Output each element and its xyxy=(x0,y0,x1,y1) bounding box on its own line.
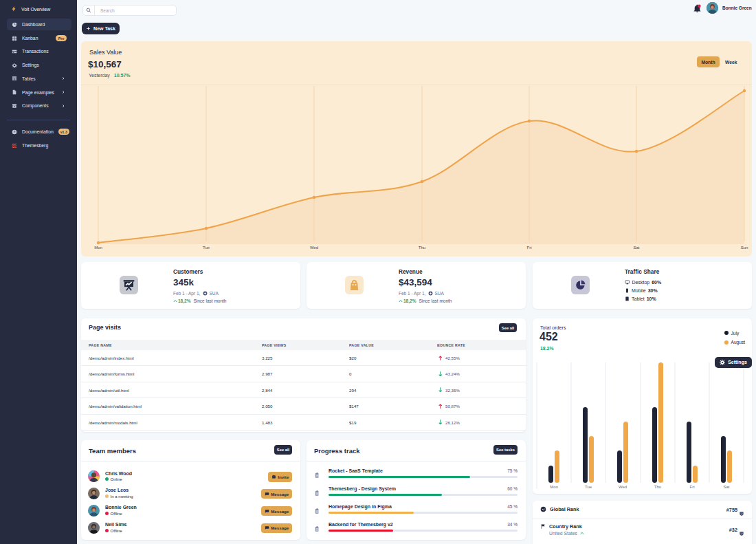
svg-text:Sat: Sat xyxy=(723,485,729,489)
svg-text:Sat: Sat xyxy=(633,246,639,250)
svg-text:Mon: Mon xyxy=(550,485,558,489)
svg-text:Fri: Fri xyxy=(690,485,695,489)
svg-text:Mon: Mon xyxy=(94,246,102,250)
svg-text:Tue: Tue xyxy=(585,485,592,489)
svg-text:Fri: Fri xyxy=(527,246,532,250)
svg-text:Thu: Thu xyxy=(419,246,425,250)
svg-text:Tue: Tue xyxy=(203,246,210,250)
svg-text:?: ? xyxy=(14,130,16,133)
svg-text:Wed: Wed xyxy=(619,485,627,489)
svg-text:Sun: Sun xyxy=(741,246,748,250)
svg-text:Wed: Wed xyxy=(310,246,318,250)
svg-text:Thu: Thu xyxy=(654,485,661,489)
